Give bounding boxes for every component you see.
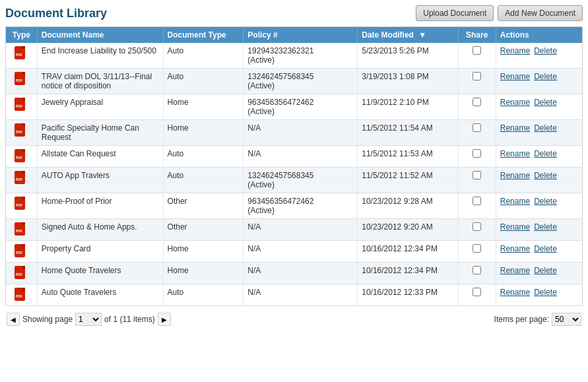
svg-rect-10 bbox=[22, 98, 25, 100]
svg-text:PDF: PDF bbox=[16, 130, 22, 134]
svg-rect-22 bbox=[22, 171, 25, 174]
pdf-icon[interactable]: PDF bbox=[10, 149, 33, 164]
pdf-svg: PDF bbox=[15, 123, 28, 138]
pdf-icon[interactable]: PDF bbox=[10, 171, 33, 185]
cell-share bbox=[458, 263, 496, 284]
cell-type: PDF bbox=[6, 193, 38, 219]
cell-policy-number: 132462457568345(Active) bbox=[244, 168, 358, 193]
svg-rect-34 bbox=[22, 244, 25, 247]
pdf-svg: PDF bbox=[15, 171, 28, 185]
col-date-modified[interactable]: Date Modified ▼ bbox=[358, 27, 458, 44]
cell-document-type: Auto bbox=[163, 284, 244, 306]
cell-type: PDF bbox=[6, 284, 38, 306]
share-checkbox[interactable] bbox=[473, 244, 481, 253]
share-checkbox[interactable] bbox=[473, 288, 481, 296]
pdf-icon[interactable]: PDF bbox=[10, 123, 33, 138]
delete-button[interactable]: Delete bbox=[534, 72, 557, 81]
col-type: Type bbox=[6, 27, 38, 44]
share-checkbox[interactable] bbox=[473, 46, 481, 55]
rename-button[interactable]: Rename bbox=[500, 72, 530, 81]
share-checkbox[interactable] bbox=[473, 197, 481, 205]
pdf-icon[interactable]: PDF bbox=[10, 288, 33, 302]
pdf-svg: PDF bbox=[15, 288, 28, 302]
cell-document-type: Home bbox=[163, 263, 244, 284]
delete-button[interactable]: Delete bbox=[534, 98, 557, 107]
pdf-svg: PDF bbox=[15, 46, 28, 61]
items-per-page-select[interactable]: 10 25 50 100 bbox=[552, 313, 581, 326]
rename-button[interactable]: Rename bbox=[500, 222, 530, 232]
svg-rect-6 bbox=[22, 72, 25, 75]
header-buttons: Upload Document Add New Document bbox=[416, 5, 583, 21]
cell-type: PDF bbox=[6, 43, 38, 69]
pdf-icon[interactable]: PDF bbox=[10, 222, 33, 237]
next-page-button[interactable]: ▶ bbox=[158, 313, 171, 326]
cell-share bbox=[458, 168, 496, 193]
share-checkbox[interactable] bbox=[473, 171, 481, 179]
pdf-icon[interactable]: PDF bbox=[10, 244, 33, 259]
cell-share bbox=[458, 284, 496, 306]
add-new-document-button[interactable]: Add New Document bbox=[498, 5, 583, 21]
rename-button[interactable]: Rename bbox=[500, 197, 530, 206]
share-checkbox[interactable] bbox=[473, 222, 481, 231]
svg-text:PDF: PDF bbox=[16, 272, 22, 276]
share-checkbox[interactable] bbox=[473, 123, 481, 132]
delete-button[interactable]: Delete bbox=[534, 123, 557, 133]
table-row: PDF Pacific Specialty Home Can RequestHo… bbox=[6, 120, 583, 146]
pdf-icon[interactable]: PDF bbox=[10, 72, 33, 86]
cell-document-name: Signed Auto & Home Apps. bbox=[37, 219, 163, 241]
page-select[interactable]: 1 bbox=[75, 313, 102, 326]
cell-policy-number: N/A bbox=[244, 219, 358, 241]
cell-date-modified: 11/5/2012 11:54 AM bbox=[358, 120, 458, 146]
table-row: PDF Allstate Can RequestAutoN/A11/5/2012… bbox=[6, 146, 583, 168]
cell-document-name: End Increase Liability to 250/500 bbox=[37, 43, 163, 69]
delete-button[interactable]: Delete bbox=[534, 244, 557, 253]
delete-button[interactable]: Delete bbox=[534, 266, 557, 275]
delete-button[interactable]: Delete bbox=[534, 288, 557, 297]
pdf-svg: PDF bbox=[15, 222, 28, 237]
pdf-icon[interactable]: PDF bbox=[10, 197, 33, 211]
delete-button[interactable]: Delete bbox=[534, 149, 557, 158]
pdf-icon[interactable]: PDF bbox=[10, 98, 33, 112]
cell-policy-number: 192943232362321(Active) bbox=[244, 43, 358, 69]
cell-share bbox=[458, 120, 496, 146]
rename-button[interactable]: Rename bbox=[500, 244, 530, 253]
cell-policy-number: N/A bbox=[244, 120, 358, 146]
cell-type: PDF bbox=[6, 263, 38, 284]
share-checkbox[interactable] bbox=[473, 98, 481, 106]
rename-button[interactable]: Rename bbox=[500, 149, 530, 158]
documents-table: Type Document Name Document Type Policy … bbox=[5, 26, 583, 306]
pdf-svg: PDF bbox=[15, 266, 28, 280]
table-row: PDF Jewelry AppraisalHome963456356472462… bbox=[6, 94, 583, 120]
share-checkbox[interactable] bbox=[473, 72, 481, 80]
rename-button[interactable]: Rename bbox=[500, 288, 530, 297]
delete-button[interactable]: Delete bbox=[534, 171, 557, 180]
table-row: PDF Home-Proof of PriorOther963456356472… bbox=[6, 193, 583, 219]
rename-button[interactable]: Rename bbox=[500, 266, 530, 275]
rename-button[interactable]: Rename bbox=[500, 46, 530, 55]
cell-document-name: Property Card bbox=[37, 241, 163, 263]
cell-actions: RenameDelete bbox=[496, 168, 582, 193]
items-per-page-label: Items per page: bbox=[494, 315, 549, 324]
delete-button[interactable]: Delete bbox=[534, 46, 557, 55]
col-policy-number: Policy # bbox=[244, 27, 358, 44]
rename-button[interactable]: Rename bbox=[500, 171, 530, 180]
upload-document-button[interactable]: Upload Document bbox=[416, 5, 494, 21]
share-checkbox[interactable] bbox=[473, 266, 481, 274]
pdf-icon[interactable]: PDF bbox=[10, 46, 33, 61]
delete-button[interactable]: Delete bbox=[534, 222, 557, 232]
share-checkbox[interactable] bbox=[473, 149, 481, 158]
pdf-icon[interactable]: PDF bbox=[10, 266, 33, 280]
cell-document-type: Auto bbox=[163, 43, 244, 69]
delete-button[interactable]: Delete bbox=[534, 197, 557, 206]
pdf-svg: PDF bbox=[15, 244, 28, 259]
cell-document-type: Other bbox=[163, 193, 244, 219]
table-row: PDF Home Quote TravelersHomeN/A10/16/201… bbox=[6, 263, 583, 284]
cell-document-type: Auto bbox=[163, 69, 244, 94]
rename-button[interactable]: Rename bbox=[500, 98, 530, 107]
policy-number: 132462457568345 bbox=[247, 72, 313, 81]
pdf-svg: PDF bbox=[15, 149, 28, 164]
prev-page-button[interactable]: ◀ bbox=[7, 313, 20, 326]
rename-button[interactable]: Rename bbox=[500, 123, 530, 133]
cell-date-modified: 5/23/2013 5:26 PM bbox=[358, 43, 458, 69]
svg-rect-14 bbox=[22, 123, 25, 126]
